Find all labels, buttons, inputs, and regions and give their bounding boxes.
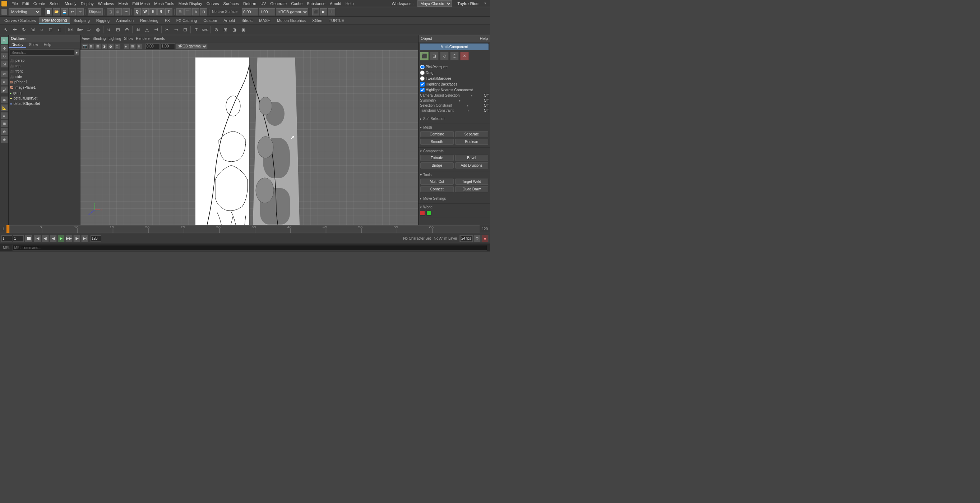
ico-cylinder[interactable]: ⊏ xyxy=(55,25,64,34)
tool-move[interactable]: ✛ xyxy=(1,45,8,52)
vp-menu-shading[interactable]: Shading xyxy=(93,37,106,41)
mode-dropdown[interactable]: Modeling xyxy=(9,8,41,16)
pause-render-btn[interactable]: ⏸ xyxy=(328,8,335,16)
highlight-backfaces-cb[interactable] xyxy=(420,82,425,87)
snap-curve-btn[interactable]: ⌒ xyxy=(184,8,191,16)
open-scene-btn[interactable]: 📂 xyxy=(53,8,60,16)
bevel-btn[interactable]: Bevel xyxy=(455,155,488,161)
paint-sel-btn[interactable]: ✏ xyxy=(123,8,130,16)
undo-btn[interactable]: ↩ xyxy=(68,8,76,16)
ico-mirror[interactable]: ⊣ xyxy=(151,25,160,34)
drag-radio[interactable] xyxy=(420,70,425,75)
ico-xray[interactable]: ⊙ xyxy=(212,25,221,34)
tool-rivet[interactable]: ⊗ xyxy=(1,128,8,135)
tab-poly-modeling[interactable]: Poly Modeling xyxy=(39,17,70,24)
ico-move[interactable]: ✛ xyxy=(10,25,19,34)
add-divisions-btn[interactable]: Add Divisions xyxy=(455,162,488,169)
vp-toggle2[interactable]: ◑ xyxy=(102,43,107,49)
go-end-btn[interactable]: ▶| xyxy=(81,235,88,242)
ico-select[interactable]: ↖ xyxy=(2,25,10,34)
menu-cache[interactable]: Cache xyxy=(289,2,305,6)
transform-e-btn[interactable]: E xyxy=(150,8,157,16)
prev-btn[interactable]: ◀ xyxy=(49,235,57,242)
transform-t-btn[interactable]: T xyxy=(165,8,172,16)
ico-sphere[interactable]: ○ xyxy=(37,25,46,34)
menu-create[interactable]: Create xyxy=(31,2,48,6)
ico-material[interactable]: ◉ xyxy=(239,25,248,34)
vp-toggle3[interactable]: ◕ xyxy=(108,43,114,49)
new-scene-btn[interactable]: 📄 xyxy=(45,8,52,16)
ico-rotate[interactable]: ↻ xyxy=(19,25,28,34)
ico-quad-draw[interactable]: ⊡ xyxy=(181,25,189,34)
menu-uv[interactable]: UV xyxy=(258,2,268,6)
shape-close-icon[interactable]: ✕ xyxy=(460,52,469,60)
tab-rigging[interactable]: Rigging xyxy=(94,18,113,23)
save-scene-btn[interactable]: 💾 xyxy=(61,8,68,16)
smooth-btn[interactable]: Smooth xyxy=(420,138,454,145)
transform-w-btn[interactable]: W xyxy=(142,8,149,16)
menu-mesh[interactable]: Mesh xyxy=(116,2,130,6)
vp-menu-view[interactable]: View xyxy=(82,37,90,41)
connect-btn[interactable]: Connect xyxy=(420,186,454,192)
tab-curves-surfaces[interactable]: Curves / Surfaces xyxy=(2,18,38,23)
vp-grid-btn[interactable]: ⊞ xyxy=(89,43,94,49)
go-start-btn[interactable]: |◀ xyxy=(34,235,41,242)
menu-surfaces[interactable]: Surfaces xyxy=(221,2,241,6)
menu-edit[interactable]: Edit xyxy=(20,2,31,6)
tool-snap[interactable]: ⊕ xyxy=(1,96,8,103)
vp-menu-lighting[interactable]: Lighting xyxy=(108,37,121,41)
outliner-item-imageplane1[interactable]: 🖼 imagePlane1 xyxy=(9,85,80,90)
tweak-radio[interactable] xyxy=(420,76,425,81)
menu-mesh-tools[interactable]: Mesh Tools xyxy=(152,2,176,6)
ico-separate[interactable]: ⊟ xyxy=(113,25,122,34)
autokey-btn[interactable]: ● xyxy=(481,235,488,242)
vp-menu-panels[interactable]: Panels xyxy=(154,37,165,41)
outliner-tab-display[interactable]: Display xyxy=(9,42,26,48)
tweak-marquee-label[interactable]: Tweak/Marquee xyxy=(420,76,451,81)
vp-menu-renderer[interactable]: Renderer xyxy=(136,37,151,41)
prev-frame-btn[interactable]: ◀| xyxy=(42,235,49,242)
outliner-item-persp[interactable]: 🎥 persp xyxy=(9,58,80,63)
tab-fx[interactable]: FX xyxy=(162,18,173,23)
vp-isolate-btn[interactable]: ◈ xyxy=(124,43,129,49)
menu-arnold[interactable]: Arnold xyxy=(328,2,344,6)
multi-cut-btn[interactable]: Multi-Cut xyxy=(420,178,454,185)
pick-marquee-label[interactable]: Pick/Marquee xyxy=(420,65,448,69)
rp-object-tab[interactable]: Object xyxy=(421,36,432,41)
vp-gamma-select[interactable]: sRGB gamma xyxy=(176,43,208,49)
anim-prefs-btn[interactable]: ⚙ xyxy=(474,235,480,242)
ico-bevel[interactable]: Bev xyxy=(75,25,84,34)
ico-shaded[interactable]: ◑ xyxy=(230,25,239,34)
menu-substance[interactable]: Substance xyxy=(305,2,328,6)
vp-xray-btn[interactable]: ⊙ xyxy=(115,43,120,49)
boolean-btn[interactable]: Boolean xyxy=(455,138,488,145)
viewport-canvas[interactable]: 300 ↗ X Y Z xyxy=(81,50,418,225)
outliner-item-objectset[interactable]: ● defaultObjectSet xyxy=(9,101,80,107)
tab-bifrost[interactable]: Bifrost xyxy=(239,18,255,23)
ico-boolean[interactable]: ⊕ xyxy=(123,25,131,34)
tab-rendering[interactable]: Rendering xyxy=(137,18,161,23)
frame-current-input[interactable] xyxy=(13,236,24,242)
tool-measure[interactable]: 📐 xyxy=(1,104,8,111)
shape-plane-icon[interactable]: ⊟ xyxy=(430,52,439,60)
highlight-nearest-label[interactable]: Highlight Nearest Component xyxy=(420,88,473,92)
tool-show-hide[interactable]: 👁 xyxy=(1,70,8,78)
user-dropdown-arrow[interactable]: ▾ xyxy=(482,1,488,6)
menu-generate[interactable]: Generate xyxy=(268,2,289,6)
highlight-nearest-cb[interactable] xyxy=(420,88,425,92)
select-mode-btn[interactable]: ⬚ xyxy=(107,8,114,16)
fps-input[interactable] xyxy=(460,236,473,242)
redo-btn[interactable]: ↪ xyxy=(76,8,84,16)
tab-turtle[interactable]: TURTLE xyxy=(326,18,347,23)
menu-display[interactable]: Display xyxy=(79,2,96,6)
tool-artisan[interactable]: 🖌 xyxy=(1,86,8,94)
ico-svg[interactable]: SVG xyxy=(201,25,210,34)
ico-multicut[interactable]: ✂ xyxy=(163,25,171,34)
ico-cube[interactable]: □ xyxy=(46,25,55,34)
render-btn[interactable]: ⬛ xyxy=(312,8,319,16)
tab-mash[interactable]: MASH xyxy=(256,18,274,23)
menu-file[interactable]: File xyxy=(10,2,20,6)
next-frame-btn[interactable]: |▶ xyxy=(73,235,81,242)
outliner-item-pplane1[interactable]: ⊡ pPlane1 xyxy=(9,80,80,85)
ico-ring[interactable]: ◎ xyxy=(94,25,102,34)
